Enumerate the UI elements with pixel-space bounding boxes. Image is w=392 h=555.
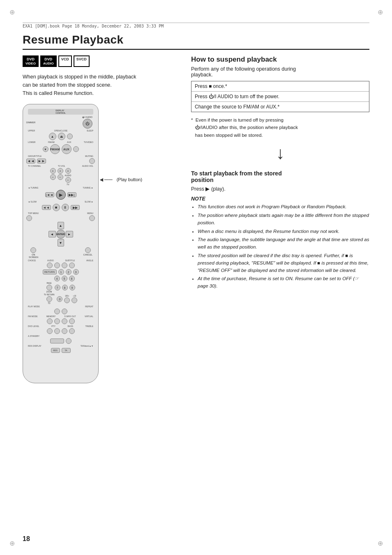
nav-down[interactable]: ▼ <box>58 239 64 246</box>
remote-control: DISPLAYCONTROL DIMMER ⏻/I AUDIO ⏻ <box>23 104 99 383</box>
virtual-button[interactable] <box>69 318 75 324</box>
next-chapter[interactable]: ►► <box>37 159 46 164</box>
corner-mark-bl: ⊕ <box>8 539 16 547</box>
bass-button[interactable] <box>62 328 67 334</box>
rds-button[interactable]: RDS <box>51 348 60 353</box>
return-button[interactable]: RETURN <box>43 269 57 274</box>
corner-mark-tr: ⊕ <box>376 8 384 16</box>
pause-button[interactable]: ⏸ <box>62 204 69 211</box>
note-item-3: When a disc menu is displayed, the Resum… <box>198 228 369 235</box>
play-button[interactable]: ▶ <box>56 190 66 200</box>
upper-row-btns: ▲ ⏏ <box>26 133 95 140</box>
file-info: EXA1 [DOM].book Page 18 Monday, December… <box>23 23 369 29</box>
dimmer-label: DIMMER <box>26 121 35 124</box>
num6-button[interactable]: 6 <box>69 276 75 281</box>
lower-button[interactable]: ▼ <box>43 146 48 152</box>
slow-prev[interactable]: ◄◄ <box>42 205 51 210</box>
badge-dvd-video: DVD VIDEO <box>23 55 39 67</box>
nav-left[interactable]: ◄ <box>48 231 56 237</box>
num5-button[interactable]: 5 <box>62 276 67 281</box>
badge-vcd: VCD <box>58 55 72 67</box>
return-row: RETURN 1 2 3 <box>26 269 95 275</box>
nav-right[interactable]: ► <box>66 231 73 237</box>
badge-svcd: SVCD <box>74 55 90 67</box>
swfr-button[interactable] <box>62 318 67 324</box>
audio-vol-minus[interactable]: − <box>65 177 71 183</box>
num7-button[interactable]: 7 <box>55 285 60 290</box>
upper-row-labels: UPPER OPEN/CLOSE SLEEP <box>26 129 95 132</box>
repeat-button[interactable] <box>62 309 67 314</box>
num-row-3: PAGE ZOOM 7 8 9 <box>26 282 95 293</box>
group-muting-labels: GROUP/TITLE MUTING <box>26 155 95 157</box>
muting-button[interactable] <box>89 158 95 164</box>
tv-return-btn[interactable] <box>46 296 52 302</box>
rds-labels: RDS DISPLAY TA/News/▲▼ <box>26 345 95 347</box>
choice-row-btns <box>26 263 95 268</box>
aux-button[interactable]: AUX <box>62 144 71 154</box>
power-button[interactable]: ⏻ <box>83 119 92 129</box>
menu-button[interactable] <box>89 215 95 221</box>
num-row-4: TV RETURN TO 0 100+ +10 <box>26 294 95 304</box>
prev-chapter[interactable]: ◄◄ <box>26 159 35 164</box>
ta-news-button[interactable]: TA <box>62 348 71 353</box>
tv-ch-minus[interactable]: − <box>50 174 56 180</box>
sleep-button[interactable] <box>67 134 73 139</box>
num1-button[interactable]: 1 <box>58 269 64 275</box>
subtitle-button[interactable] <box>62 263 67 268</box>
on-screen-row: ONSCREEN CANCEL <box>26 247 95 258</box>
angle-button[interactable] <box>69 263 75 268</box>
fm-mode-button[interactable] <box>47 318 53 324</box>
num9-button[interactable]: 9 <box>69 285 75 290</box>
audio-lang-button[interactable] <box>54 263 60 268</box>
num0-button[interactable]: 0 <box>57 296 62 302</box>
choice-button[interactable] <box>47 263 53 268</box>
audio-vol-plus[interactable]: + <box>65 168 71 174</box>
lower-row-btns: ▼ FM/AM AUX <box>26 144 95 154</box>
plus10-button[interactable] <box>71 297 77 303</box>
fmam-button[interactable]: FM/AM <box>50 144 60 154</box>
stop-button[interactable]: ■ <box>53 204 60 211</box>
fmmode-labels: FM MODE MEMORY S WFR OUT VIRTUAL <box>26 315 95 318</box>
num8-button[interactable]: 8 <box>62 285 68 290</box>
badge-dvd-audio: DVD AUDIO <box>40 55 57 67</box>
num2-button[interactable]: 2 <box>66 269 71 275</box>
vol-row: + − + − + AUDIO − TV <box>26 168 95 186</box>
num100-button[interactable] <box>64 297 70 303</box>
note-item-6: At the time of purchase, Resume is set t… <box>198 275 369 290</box>
num4-button[interactable]: 4 <box>54 276 60 281</box>
note-item-4: The audio language, the subtitle languag… <box>198 236 369 251</box>
upper-button[interactable]: ▲ <box>49 133 56 140</box>
misc1-button[interactable] <box>66 338 71 344</box>
dvdlevel-labels: DVD LEVEL PTY BASS TREBLE <box>26 325 95 327</box>
tv-vol-plus[interactable]: + <box>58 168 63 174</box>
play-mode-button[interactable] <box>54 309 60 314</box>
dvdlevel-row <box>26 328 95 334</box>
a-standby-button[interactable] <box>50 339 64 343</box>
tvvideo-button[interactable] <box>73 146 79 152</box>
intro-text: When playback is stopped in the middle, … <box>23 73 179 97</box>
vol-labels: TV CHANNEL TV VOL AUDIO VOL <box>26 165 95 167</box>
tv-vol-minus[interactable]: − <box>58 174 63 180</box>
cancel-button[interactable] <box>85 247 91 253</box>
pty-button[interactable] <box>54 328 60 334</box>
treble-button[interactable] <box>69 328 75 334</box>
remote-illustration: DISPLAYCONTROL DIMMER ⏻/I AUDIO ⏻ <box>23 104 179 383</box>
enter-button[interactable]: ENTER <box>56 230 65 239</box>
tuning-next[interactable]: ▶▶| <box>67 192 76 197</box>
on-screen-button[interactable] <box>30 247 36 253</box>
memory-button[interactable] <box>54 318 60 324</box>
top-menu-button[interactable] <box>26 215 32 221</box>
note-item-2: The position where playback starts again… <box>198 212 369 227</box>
num-row-2: 4 5 6 <box>26 276 95 281</box>
nav-up[interactable]: ▲ <box>58 222 64 229</box>
right-column: How to suspend playback Perform any of t… <box>191 55 369 383</box>
page-btn[interactable] <box>46 285 52 290</box>
open-close-button[interactable]: ⏏ <box>58 133 65 140</box>
format-badges: DVD VIDEO DVD AUDIO VCD SVCD <box>23 55 179 67</box>
tv-ch-plus[interactable]: + <box>50 168 56 174</box>
suspend-table: Press ■ once.* Press ⏻/I AUDIO to turn o… <box>191 81 369 112</box>
num3-button[interactable]: 3 <box>73 269 79 275</box>
dvd-level-button[interactable] <box>47 328 53 334</box>
tuning-prev[interactable]: |◄◄ <box>45 192 54 197</box>
slow-next[interactable]: ▶▶ <box>71 205 80 210</box>
